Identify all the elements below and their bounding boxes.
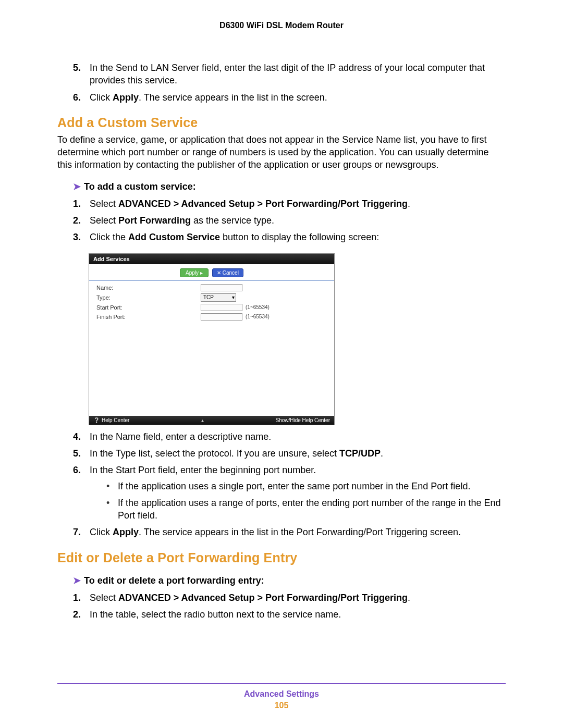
step-text-bold: Add Custom Service — [128, 232, 220, 242]
section2-steps-list: 1. Select ADVANCED > Advanced Setup > Po… — [57, 591, 506, 621]
add-services-panel: Add Services Apply ▸ ✕ Cancel Name: Type… — [89, 253, 335, 425]
type-select[interactable]: TCP ▾ — [201, 293, 236, 302]
step-number: 7. — [73, 526, 81, 538]
step-text-pre: Select — [90, 593, 118, 603]
panel-footer: ❔ Help Center ▴ Show/Hide Help Center — [89, 416, 334, 425]
step-text: In the Send to LAN Server field, enter t… — [90, 63, 485, 85]
section1-paragraph: To define a service, game, or applicatio… — [57, 133, 506, 171]
step-text: In the Start Port field, enter the begin… — [90, 465, 316, 475]
help-center-link[interactable]: Help Center — [102, 417, 129, 423]
step-number: 2. — [73, 214, 81, 227]
footer-divider — [57, 683, 506, 684]
triangle-bullet-icon: ➤ — [73, 181, 81, 192]
startport-input[interactable] — [201, 304, 242, 311]
step-number: 1. — [73, 591, 81, 604]
section1-step-3: 3. Click the Add Custom Service button t… — [73, 231, 506, 243]
step-number: 4. — [73, 430, 81, 443]
section1-step-5: 5. In the Type list, select the protocol… — [73, 447, 506, 460]
intro-steps-list: 5. In the Send to LAN Server field, ente… — [57, 61, 506, 104]
intro-step-5: 5. In the Send to LAN Server field, ente… — [73, 61, 506, 87]
section1-step-2: 2. Select Port Forwarding as the service… — [73, 214, 506, 227]
step-number: 3. — [73, 231, 81, 243]
show-hide-help-link[interactable]: Show/Hide Help Center — [275, 417, 330, 423]
type-label: Type: — [94, 294, 201, 301]
step-text-pre: Click — [90, 527, 113, 537]
section1-step-6: 6. In the Start Port field, enter the be… — [73, 464, 506, 522]
section1-step-4: 4. In the Name field, enter a descriptiv… — [73, 430, 506, 443]
step-text-pre: Click — [90, 92, 113, 103]
page-footer: Advanced Settings 105 — [57, 683, 506, 710]
section1-steps-list: 1. Select ADVANCED > Advanced Setup > Po… — [57, 198, 506, 244]
step-text: In the Name field, enter a descriptive n… — [90, 431, 271, 442]
step-number: 5. — [73, 61, 81, 74]
panel-form: Name: Type: TCP ▾ Start Port: (1~65534) … — [89, 281, 334, 325]
step-number: 6. — [73, 464, 81, 476]
step-number: 6. — [73, 91, 81, 104]
step-text-post: . — [408, 593, 410, 603]
step-text-pre: Select — [90, 215, 118, 226]
subhead-text: To edit or delete a port forwarding entr… — [84, 575, 264, 586]
row-finish-port: Finish Port: (1~65534) — [94, 313, 329, 320]
finishport-input[interactable] — [201, 313, 242, 320]
step-text-bold: Port Forwarding — [118, 215, 191, 226]
help-icon: ❔ — [93, 417, 100, 423]
section2-subhead: ➤To edit or delete a port forwarding ent… — [73, 575, 506, 586]
step-text-bold: ADVANCED > Advanced Setup > Port Forward… — [118, 199, 408, 209]
section1-subhead: ➤To add a custom service: — [73, 181, 506, 192]
finishport-label: Finish Port: — [94, 314, 201, 320]
chevron-up-icon[interactable]: ▴ — [201, 417, 204, 423]
section1-steps-list-cont: 4. In the Name field, enter a descriptiv… — [57, 430, 506, 539]
chevron-down-icon: ▾ — [232, 294, 235, 300]
section-edit-delete-heading: Edit or Delete a Port Forwarding Entry — [57, 550, 506, 565]
step-text-post: as the service type. — [191, 215, 274, 226]
step-number: 1. — [73, 198, 81, 210]
section1-step6-bullets: If the application uses a single port, e… — [90, 480, 506, 522]
bullet-item: If the application uses a range of ports… — [106, 497, 506, 522]
section-add-custom-service-heading: Add a Custom Service — [57, 115, 506, 130]
step-text-post: . — [408, 199, 410, 209]
header-product-title: D6300 WiFi DSL Modem Router — [57, 21, 506, 30]
step-number: 2. — [73, 608, 81, 621]
section1-step-1: 1. Select ADVANCED > Advanced Setup > Po… — [73, 198, 506, 210]
section2-step-2: 2. In the table, select the radio button… — [73, 608, 506, 621]
step-text-post: button to display the following screen: — [220, 232, 379, 242]
step-text-bold: ADVANCED > Advanced Setup > Port Forward… — [118, 593, 408, 603]
intro-step-6: 6. Click Apply. The service appears in t… — [73, 91, 506, 104]
subhead-text: To add a custom service: — [84, 181, 196, 192]
name-label: Name: — [94, 285, 201, 291]
name-input[interactable] — [201, 284, 242, 291]
row-start-port: Start Port: (1~65534) — [94, 304, 329, 311]
step-text: In the table, select the radio button ne… — [90, 609, 341, 620]
step-text-post: . — [381, 448, 383, 459]
step-text-post: . The service appears in the list in the… — [139, 92, 327, 103]
step-number: 5. — [73, 447, 81, 460]
startport-label: Start Port: — [94, 304, 201, 311]
startport-range-hint: (1~65534) — [246, 304, 270, 310]
step-text-bold: TCP/UDP — [339, 448, 381, 459]
panel-button-row: Apply ▸ ✕ Cancel — [89, 264, 334, 281]
panel-empty-area — [89, 325, 334, 416]
section1-step-7: 7. Click Apply. The service appears in t… — [73, 526, 506, 538]
footer-page-number: 105 — [57, 701, 506, 710]
footer-section-label: Advanced Settings — [57, 689, 506, 699]
step-text-pre: Select — [90, 199, 118, 209]
bullet-item: If the application uses a single port, e… — [106, 480, 506, 492]
finishport-range-hint: (1~65534) — [246, 314, 270, 319]
panel-titlebar: Add Services — [89, 254, 334, 264]
row-name: Name: — [94, 284, 329, 291]
triangle-bullet-icon: ➤ — [73, 575, 81, 586]
row-type: Type: TCP ▾ — [94, 293, 329, 302]
step-text-bold: Apply — [113, 92, 139, 103]
step-text-pre: In the Type list, select the protocol. I… — [90, 448, 339, 459]
cancel-button[interactable]: ✕ Cancel — [212, 268, 243, 277]
step-text-pre: Click the — [90, 232, 128, 242]
section2-step-1: 1. Select ADVANCED > Advanced Setup > Po… — [73, 591, 506, 604]
step-text-bold: Apply — [113, 527, 139, 537]
apply-button[interactable]: Apply ▸ — [180, 268, 209, 277]
step-text-post: . The service appears in the list in the… — [139, 527, 461, 537]
type-select-value: TCP — [203, 294, 214, 300]
